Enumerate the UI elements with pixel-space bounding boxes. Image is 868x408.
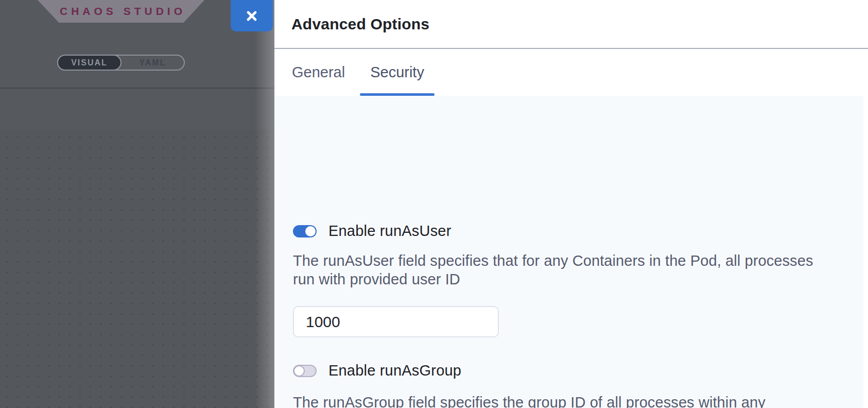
description-line: The runAsGroup field specifies the group… [293,393,766,408]
tab-security[interactable]: Security [360,49,435,96]
run-as-user-row: Enable runAsUser [293,223,452,240]
run-as-group-description: The runAsGroup field specifies the group… [293,393,766,408]
tab-general[interactable]: General [282,49,355,96]
run-as-group-label: Enable runAsGroup [328,362,461,379]
close-drawer-button[interactable] [231,0,273,31]
chaos-studio-title: CHAOS STUDIO [56,5,186,18]
toggle-knob [293,365,305,377]
tabs-bar: General Security [274,49,868,96]
drawer-header: Advanced Options [274,0,868,49]
canvas-toolbar-divider [0,88,274,89]
drawer-title: Advanced Options [291,15,429,33]
run-as-group-toggle[interactable] [293,365,317,377]
chaos-studio-screen: CHAOS STUDIO VISUAL YAML Advanced Option… [0,0,868,408]
visual-tab[interactable]: VISUAL [57,55,121,71]
yaml-tab[interactable]: YAML [121,56,184,70]
security-tab-panel: Enable runAsUser The runAsUser field spe… [274,96,868,408]
description-line: The runAsUser field specifies that for a… [293,251,813,270]
advanced-options-drawer: Advanced Options General Security Enable… [274,0,868,408]
modal-backdrop[interactable]: CHAOS STUDIO VISUAL YAML [0,0,274,408]
close-icon [245,9,259,23]
toggle-knob [305,226,316,236]
run-as-user-toggle[interactable] [293,225,317,237]
run-as-group-row: Enable runAsGroup [293,362,461,379]
run-as-user-input[interactable] [293,306,499,337]
experiment-dot-grid-canvas[interactable] [0,129,274,408]
chaos-studio-banner: CHAOS STUDIO [38,0,204,23]
description-line: run with provided user ID [293,270,813,288]
run-as-user-label: Enable runAsUser [328,223,452,240]
run-as-user-description: The runAsUser field specifies that for a… [293,251,813,288]
scrollbar-gutter[interactable] [863,96,868,408]
visual-yaml-toggle: VISUAL YAML [57,55,185,71]
